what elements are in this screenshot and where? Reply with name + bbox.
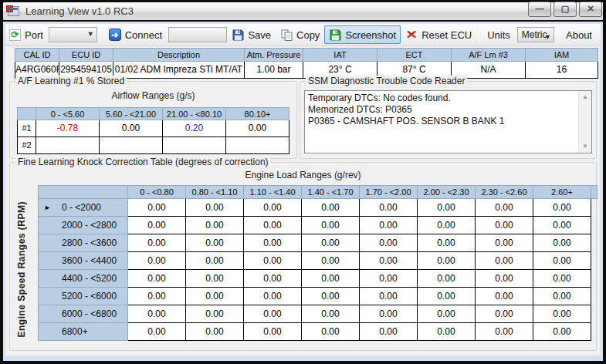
knock-cell[interactable]: 0.00 [128,234,186,252]
reset-ecu-button[interactable]: ✕ Reset ECU [401,25,476,44]
af-cell[interactable]: 0.00 [100,120,163,137]
knock-cell[interactable]: 0.00 [244,252,302,270]
knock-cell[interactable]: 0.00 [360,323,418,341]
knock-cell[interactable]: 0.00 [186,234,244,252]
scroll-down-icon[interactable]: ▼ [579,140,591,153]
knock-cell[interactable]: 0.00 [360,305,418,323]
af-col-header[interactable]: 80.10+ [226,107,289,120]
af-cell[interactable]: 0.00 [226,120,289,137]
knock-cell[interactable]: 0.00 [533,217,591,234]
save-button[interactable]: Save [227,25,276,44]
knock-row-label[interactable]: 2000 - <2800 [38,217,128,234]
knock-cell[interactable]: 0.00 [533,305,591,323]
knock-cell[interactable]: 0.00 [418,323,476,341]
knock-cell[interactable]: 0.00 [186,323,244,341]
knock-row-label[interactable]: 5200 - <6000 [38,288,128,305]
knock-cell[interactable]: 0.00 [244,323,302,341]
knock-col-header[interactable]: 1.40 - <1.70 [302,185,360,199]
af-cell[interactable] [100,137,163,154]
connect-status-field[interactable] [168,27,227,42]
knock-cell[interactable]: 0.00 [418,252,476,270]
maximize-button[interactable]: ▢ [554,2,577,17]
af-row-label[interactable]: #1 [17,120,36,137]
knock-cell[interactable]: 0.00 [476,234,533,252]
knock-cell[interactable]: 0.00 [360,252,418,270]
units-combobox[interactable]: Metric▼ [517,27,554,42]
dtc-textbox[interactable]: ▲ ▼ Temporary DTCs: No codes found.Memor… [304,90,592,153]
knock-cell[interactable]: 0.00 [302,217,360,234]
knock-cell[interactable]: 0.00 [302,323,360,341]
knock-cell[interactable]: 0.00 [476,217,533,234]
af-cell[interactable]: -0.78 [36,120,100,137]
af-cell[interactable] [163,137,226,154]
knock-cell[interactable]: 0.00 [302,305,360,323]
knock-cell[interactable]: 0.00 [476,323,533,341]
af-cell[interactable]: 0.20 [163,120,226,137]
knock-cell[interactable]: 0.00 [418,234,476,252]
knock-cell[interactable]: 0.00 [360,270,418,288]
knock-cell[interactable]: 0.00 [533,270,591,288]
knock-cell[interactable]: 0.00 [302,234,360,252]
knock-cell[interactable]: 0.00 [244,305,302,323]
knock-cell[interactable]: 0.00 [360,234,418,252]
knock-cell[interactable]: 0.00 [476,288,533,305]
screenshot-button[interactable]: Screenshot [324,25,401,44]
af-cell[interactable] [226,137,289,154]
knock-cell[interactable]: 0.00 [186,305,244,323]
knock-cell[interactable]: 0.00 [533,288,591,305]
scroll-up-icon[interactable]: ▲ [579,91,591,103]
knock-cell[interactable]: 0.00 [302,199,360,217]
knock-cell[interactable]: 0.00 [533,323,591,341]
af-col-header[interactable]: 21.00 - <80.10 [163,107,226,120]
knock-cell[interactable]: 0.00 [244,288,302,305]
knock-cell[interactable]: 0.00 [476,270,533,288]
af-row-label[interactable]: #2 [17,137,36,154]
knock-cell[interactable]: 0.00 [476,199,533,217]
knock-cell[interactable]: 0.00 [360,288,418,305]
knock-col-header[interactable]: 1.10 - <1.40 [244,185,302,199]
knock-cell[interactable]: 0.00 [244,199,302,217]
knock-cell[interactable]: 0.00 [533,252,591,270]
knock-cell[interactable]: 0.00 [418,217,476,234]
knock-cell[interactable]: 0.00 [360,199,418,217]
knock-cell[interactable]: 0.00 [128,305,186,323]
knock-cell[interactable]: 0.00 [186,252,244,270]
knock-cell[interactable]: 0.00 [244,217,302,234]
knock-row-label[interactable]: 3600 - <4400 [38,252,128,270]
refresh-ports-icon[interactable]: ⟳ [9,29,21,41]
af-col-header[interactable]: 0 - <5.60 [36,107,100,120]
knock-col-header[interactable]: 1.70 - <2.00 [360,185,418,199]
knock-cell[interactable]: 0.00 [244,234,302,252]
knock-cell[interactable]: 0.00 [128,199,186,217]
knock-col-header[interactable]: 0 - <0.80 [128,185,186,199]
port-combobox[interactable]: ▼ [49,27,97,42]
knock-col-header[interactable]: 2.00 - <2.30 [418,185,476,199]
knock-cell[interactable]: 0.00 [302,252,360,270]
knock-cell[interactable]: 0.00 [128,217,186,234]
knock-cell[interactable]: 0.00 [186,199,244,217]
knock-col-header[interactable]: 2.60+ [533,185,591,199]
knock-cell[interactable]: 0.00 [418,305,476,323]
knock-cell[interactable]: 0.00 [418,199,476,217]
knock-cell[interactable]: 0.00 [476,252,533,270]
knock-row-label[interactable]: 6800+ [38,323,128,341]
knock-col-header[interactable]: 0.80 - <1.10 [186,185,244,199]
close-button[interactable]: ✕ [579,2,602,17]
title-bar[interactable]: Learning View v1.0 RC3 [3,2,603,20]
minimize-button[interactable]: — [528,2,551,17]
knock-cell[interactable]: 0.00 [186,288,244,305]
af-cell[interactable] [36,137,100,154]
knock-cell[interactable]: 0.00 [418,270,476,288]
knock-cell[interactable]: 0.00 [128,252,186,270]
knock-cell[interactable]: 0.00 [128,270,186,288]
knock-cell[interactable]: 0.00 [476,305,533,323]
knock-cell[interactable]: 0.00 [186,270,244,288]
knock-cell[interactable]: 0.00 [533,199,591,217]
knock-cell[interactable]: 0.00 [360,217,418,234]
knock-cell[interactable]: 0.00 [244,270,302,288]
knock-cell[interactable]: 0.00 [302,270,360,288]
knock-cell[interactable]: 0.00 [533,234,591,252]
dtc-scrollbar[interactable]: ▲ ▼ [578,91,591,153]
connect-button[interactable]: ➜ Connect [104,25,167,44]
af-col-header[interactable]: 5.60 - <21.00 [100,107,163,120]
